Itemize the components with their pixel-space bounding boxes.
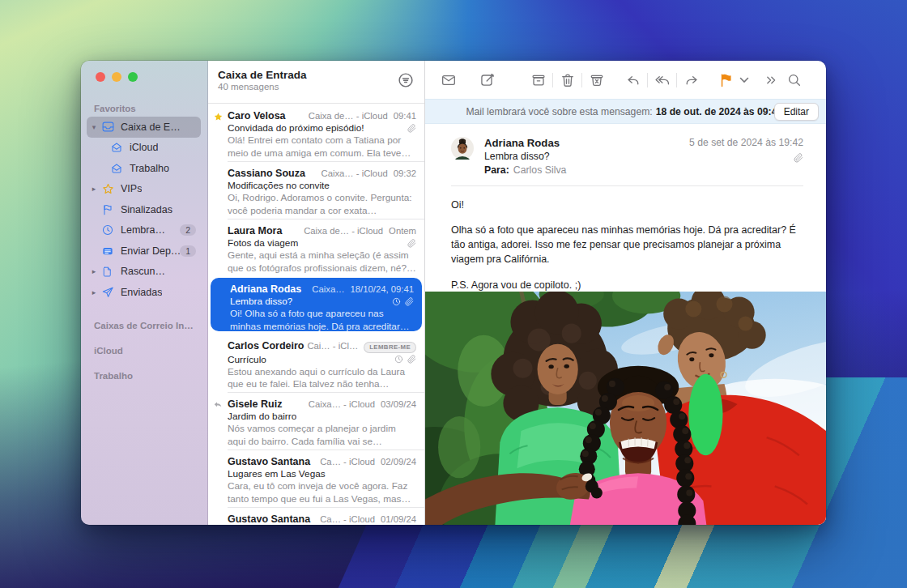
zoom-window-button[interactable]	[128, 72, 138, 82]
sidebar-item-enviar-depois[interactable]: Enviar Dep… 1	[81, 241, 207, 262]
sender-avatar	[451, 137, 474, 160]
mailbox-title: Caixa de Entrada	[218, 69, 415, 81]
sidebar-item-label: Enviar Dep…	[121, 245, 180, 257]
preview: Olá! Entrei em contato com a Tatiana por…	[228, 134, 416, 160]
chevron-right-icon[interactable]: ▸	[89, 288, 99, 296]
preview: Oi, Rodrigo. Adoramos o convite. Pergunt…	[228, 192, 416, 217]
sidebar-item-sinalizadas[interactable]: Sinalizadas	[81, 199, 207, 220]
time: 09:32	[394, 168, 416, 178]
subject: Jardim do bairro	[228, 411, 296, 422]
attachment-icon	[407, 355, 416, 364]
trash-icon	[560, 72, 576, 88]
message-sender-name: Adriana Rodas	[484, 137, 689, 149]
reply-button[interactable]	[624, 71, 641, 88]
time: 18/10/24, 09:41	[350, 284, 414, 294]
archive-button[interactable]	[530, 71, 547, 88]
compose-button[interactable]	[479, 71, 496, 88]
starred-icon	[213, 112, 224, 122]
clock-icon	[101, 224, 115, 237]
forward-button[interactable]	[683, 71, 700, 88]
sidebar-item-lembretes[interactable]: Lembra… 2	[81, 220, 207, 241]
sidebar-item-inbox[interactable]: ▾ Caixa de E…	[81, 117, 207, 138]
sidebar-item-rascunhos[interactable]: ▸ Rascun…	[81, 262, 207, 283]
search-button[interactable]	[786, 71, 803, 88]
sender: Caro Velosa	[228, 110, 286, 121]
flag-icon	[101, 202, 115, 216]
message-row[interactable]: Caro Velosa Caixa de… - iCloud09:41 Conv…	[208, 104, 424, 161]
reminder-clock-icon	[394, 355, 403, 364]
trabalho-section-header[interactable]: Trabalho	[94, 371, 207, 381]
smart-mailboxes-section-header[interactable]: Caixas de Correio In…	[94, 321, 207, 330]
message-row[interactable]: Cassiano Souza Caixa… - iCloud09:32 Modi…	[208, 161, 424, 219]
compose-icon	[479, 72, 496, 88]
junk-icon	[589, 72, 605, 88]
sender: Gisele Ruiz	[228, 398, 282, 410]
sender: Carlos Cordeiro	[228, 340, 304, 352]
chevron-down-icon[interactable]: ▾	[89, 123, 99, 131]
favorites-section-header[interactable]: Favoritos	[94, 104, 207, 113]
sidebar-item-inbox-trabalho[interactable]: Trabalho	[81, 158, 207, 179]
subject: Convidada do próximo episódio!	[228, 122, 364, 134]
chevron-right-icon[interactable]: ▸	[89, 267, 99, 275]
message-header: Adriana Rodas Lembra disso? Para:Carlos …	[425, 124, 826, 185]
message-rows: Caro Velosa Caixa de… - iCloud09:41 Conv…	[208, 104, 424, 525]
mailbox-label: Caixa…	[312, 284, 344, 294]
preview: Gente, aqui está a minha seleção (é assi…	[228, 249, 416, 275]
flag-button[interactable]	[718, 71, 735, 88]
preview: Oi! Olha só a foto que apareceu nas minh…	[230, 308, 414, 333]
reading-pane: Mail lembrará você sobre esta mensagem: …	[425, 61, 826, 525]
mailbox-icon	[110, 161, 124, 175]
subject: Lugares em Las Vegas	[228, 468, 326, 479]
message-row-selected[interactable]: Adriana Rodas Caixa…18/10/24, 09:41 Lemb…	[211, 278, 422, 331]
close-window-button[interactable]	[96, 72, 105, 82]
search-icon	[786, 72, 803, 88]
attachment-icon	[407, 124, 416, 133]
junk-button[interactable]	[588, 71, 605, 88]
mail-window: Favoritos ▾ Caixa de E… iCloud Trabalho	[81, 61, 826, 525]
preview: Cara, eu tô com inveja de você agora. Fa…	[228, 480, 416, 505]
sidebar-item-inbox-icloud[interactable]: iCloud	[81, 138, 207, 159]
sidebar-item-label: Enviadas	[121, 287, 162, 298]
flag-options-chevron-icon[interactable]	[739, 71, 749, 88]
paper-plane-icon	[101, 285, 115, 299]
time: Ontem	[389, 226, 416, 236]
edit-reminder-button[interactable]: Editar	[774, 103, 819, 121]
mailbox-label: Cai… - iCl…	[307, 341, 358, 351]
sender: Adriana Rodas	[230, 283, 301, 295]
delete-button[interactable]	[559, 71, 576, 88]
recipient-name[interactable]: Carlos Silva	[513, 164, 567, 176]
message-row[interactable]: Carlos Cordeiro Cai… - iCl…LEMBRE-ME Cur…	[208, 334, 424, 392]
sender: Gustavo Santana	[228, 513, 310, 525]
message-row[interactable]: Gisele Ruiz Caixa… - iCloud03/09/24 Jard…	[208, 392, 424, 450]
sidebar-item-label: Sinalizadas	[121, 204, 172, 215]
sidebar-item-enviadas[interactable]: ▸ Enviadas	[81, 282, 207, 303]
message-date: 5 de set de 2024 às 19:42	[689, 137, 803, 148]
subject: Fotos da viagem	[228, 237, 298, 249]
replied-arrow-icon	[213, 400, 223, 410]
message-row[interactable]: Gustavo Santana Ca… - iCloud01/09/24	[208, 507, 424, 525]
subject: Lembra disso?	[230, 296, 292, 307]
reminder-banner-text: Mail lembrará você sobre esta mensagem:	[466, 106, 652, 117]
message-count: 40 mensagens	[218, 82, 415, 92]
icloud-section-header[interactable]: iCloud	[94, 346, 207, 356]
preview: Nós vamos começar a planejar o jardim aq…	[228, 423, 416, 448]
mailbox-label: Ca… - iCloud	[320, 457, 375, 467]
send-later-icon	[101, 244, 115, 258]
message-photo-attachment[interactable]	[425, 292, 826, 525]
mailbox-label: Caixa… - iCloud	[309, 399, 375, 409]
reminder-banner-date: 18 de out. de 2024 às 09:41.	[656, 106, 786, 117]
attachment-icon	[407, 239, 416, 248]
sidebar: Favoritos ▾ Caixa de E… iCloud Trabalho	[81, 61, 208, 525]
filter-button[interactable]	[397, 71, 415, 89]
more-toolbar-items-button[interactable]	[762, 71, 779, 88]
message-row[interactable]: Laura Mora Caixa de… - iCloudOntem Fotos…	[208, 219, 424, 276]
time: 03/09/24	[381, 399, 416, 409]
minimize-window-button[interactable]	[112, 72, 121, 82]
attachment-icon	[794, 153, 803, 163]
get-mail-button[interactable]	[440, 71, 457, 88]
sidebar-item-vips[interactable]: ▸ VIPs	[81, 179, 207, 200]
chevron-right-icon[interactable]: ▸	[89, 185, 99, 193]
mail-icon	[441, 72, 457, 88]
message-row[interactable]: Gustavo Santana Ca… - iCloud02/09/24 Lug…	[208, 450, 424, 507]
reply-all-button[interactable]	[654, 71, 671, 88]
